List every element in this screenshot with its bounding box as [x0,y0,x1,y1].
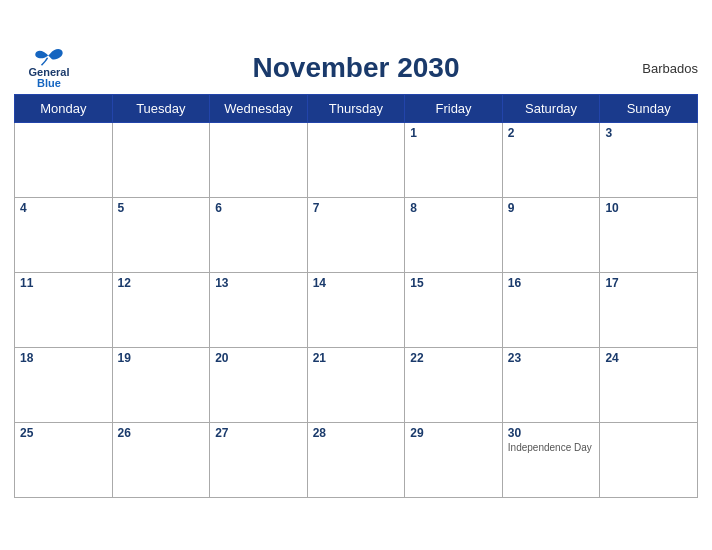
header-tuesday: Tuesday [112,95,210,123]
calendar-cell: 29 [405,423,503,498]
calendar-cell: 17 [600,273,698,348]
country-label: Barbados [642,61,698,76]
calendar-cell: 6 [210,198,308,273]
header-monday: Monday [15,95,113,123]
day-number: 28 [313,426,400,440]
day-number: 23 [508,351,595,365]
calendar-header: General Blue November 2030 Barbados [14,48,698,88]
day-number: 16 [508,276,595,290]
calendar-cell: 12 [112,273,210,348]
calendar-cell: 13 [210,273,308,348]
calendar-cell: 2 [502,123,600,198]
day-number: 11 [20,276,107,290]
calendar-cell: 10 [600,198,698,273]
calendar-cell: 4 [15,198,113,273]
day-number: 5 [118,201,205,215]
day-number: 7 [313,201,400,215]
day-number: 30 [508,426,595,440]
day-number: 15 [410,276,497,290]
calendar-cell: 21 [307,348,405,423]
calendar-cell: 1 [405,123,503,198]
calendar-cell [112,123,210,198]
week-row-5: 252627282930Independence Day [15,423,698,498]
day-number: 19 [118,351,205,365]
day-number: 25 [20,426,107,440]
calendar-cell: 5 [112,198,210,273]
week-row-4: 18192021222324 [15,348,698,423]
calendar-cell: 19 [112,348,210,423]
day-number: 24 [605,351,692,365]
week-row-1: 123 [15,123,698,198]
day-number: 12 [118,276,205,290]
calendar-cell [600,423,698,498]
logo-bird-icon [34,47,64,67]
calendar-cell: 28 [307,423,405,498]
day-number: 22 [410,351,497,365]
day-number: 21 [313,351,400,365]
calendar-cell: 25 [15,423,113,498]
weekday-header-row: Monday Tuesday Wednesday Thursday Friday… [15,95,698,123]
calendar-cell: 22 [405,348,503,423]
day-number: 14 [313,276,400,290]
day-number: 18 [20,351,107,365]
day-number: 17 [605,276,692,290]
calendar-cell: 23 [502,348,600,423]
day-number: 6 [215,201,302,215]
logo-blue-text: Blue [37,78,61,89]
day-number: 26 [118,426,205,440]
calendar-cell: 26 [112,423,210,498]
calendar-cell: 15 [405,273,503,348]
calendar-cell [210,123,308,198]
calendar-cell: 8 [405,198,503,273]
calendar-cell: 14 [307,273,405,348]
day-number: 20 [215,351,302,365]
calendar-table: Monday Tuesday Wednesday Thursday Friday… [14,94,698,498]
day-number: 1 [410,126,497,140]
day-number: 9 [508,201,595,215]
calendar-title: November 2030 [252,52,459,84]
day-number: 3 [605,126,692,140]
logo: General Blue [14,47,84,89]
calendar-cell: 9 [502,198,600,273]
day-number: 27 [215,426,302,440]
calendar-container: General Blue November 2030 Barbados Mond… [0,38,712,512]
calendar-cell: 16 [502,273,600,348]
calendar-cell: 18 [15,348,113,423]
day-number: 2 [508,126,595,140]
week-row-2: 45678910 [15,198,698,273]
header-wednesday: Wednesday [210,95,308,123]
calendar-cell: 30Independence Day [502,423,600,498]
header-sunday: Sunday [600,95,698,123]
week-row-3: 11121314151617 [15,273,698,348]
calendar-cell: 7 [307,198,405,273]
day-number: 10 [605,201,692,215]
calendar-cell: 24 [600,348,698,423]
header-saturday: Saturday [502,95,600,123]
calendar-cell: 3 [600,123,698,198]
calendar-cell: 20 [210,348,308,423]
header-thursday: Thursday [307,95,405,123]
day-number: 29 [410,426,497,440]
header-friday: Friday [405,95,503,123]
event-label: Independence Day [508,442,595,453]
calendar-cell: 11 [15,273,113,348]
calendar-cell [15,123,113,198]
calendar-cell: 27 [210,423,308,498]
day-number: 8 [410,201,497,215]
day-number: 13 [215,276,302,290]
calendar-cell [307,123,405,198]
day-number: 4 [20,201,107,215]
